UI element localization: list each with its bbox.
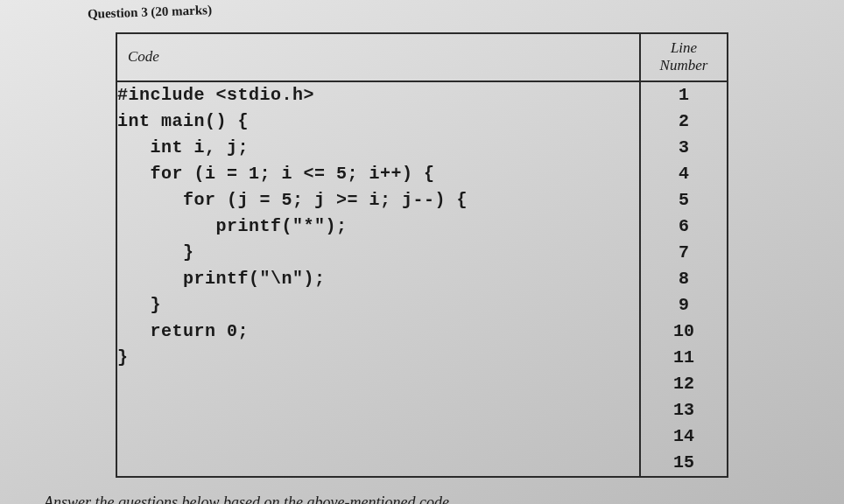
- line-number: 4: [641, 161, 727, 187]
- line-number: 2: [641, 108, 727, 135]
- line-number: 13: [641, 397, 727, 424]
- code-line: }: [117, 345, 639, 371]
- line-number: 11: [641, 345, 727, 371]
- code-line: return 0;: [117, 318, 639, 345]
- line-number-cell: 123456789101112131415: [640, 81, 728, 477]
- code-line: printf("*");: [117, 214, 639, 240]
- question-header: Question 3 (20 marks): [88, 0, 809, 22]
- line-number: 8: [641, 266, 727, 292]
- code-line: int main() {: [117, 108, 639, 135]
- line-number: 1: [641, 82, 727, 108]
- line-number: 6: [641, 214, 727, 240]
- code-line: int i, j;: [117, 135, 639, 161]
- line-number: 14: [641, 424, 727, 450]
- line-number: 9: [641, 292, 727, 318]
- code-line: for (j = 5; j >= i; j--) {: [117, 187, 639, 214]
- code-cell: #include <stdio.h>int main() { int i, j;…: [116, 81, 640, 477]
- line-number: 12: [641, 371, 727, 397]
- code-column-header: Code: [116, 33, 640, 81]
- table-body-row: #include <stdio.h>int main() { int i, j;…: [116, 81, 728, 477]
- code-line: }: [117, 240, 639, 266]
- line-number: 5: [641, 187, 727, 214]
- line-number: 15: [641, 450, 727, 476]
- code-line: }: [117, 292, 639, 318]
- code-line: for (i = 1; i <= 5; i++) {: [117, 161, 639, 187]
- line-number: 10: [641, 318, 727, 345]
- line-number: 3: [641, 135, 727, 161]
- line-header-line1: Line: [671, 39, 697, 56]
- line-number-column-header: Line Number: [640, 33, 728, 81]
- code-table: Code Line Number #include <stdio.h>int m…: [116, 32, 728, 478]
- table-header-row: Code Line Number: [116, 33, 728, 81]
- code-line: printf("\n");: [117, 266, 639, 292]
- line-number: 7: [641, 240, 727, 266]
- instructions-text: Answer the questions below based on the …: [44, 494, 809, 504]
- code-line: #include <stdio.h>: [117, 82, 639, 108]
- line-header-line2: Number: [660, 57, 708, 74]
